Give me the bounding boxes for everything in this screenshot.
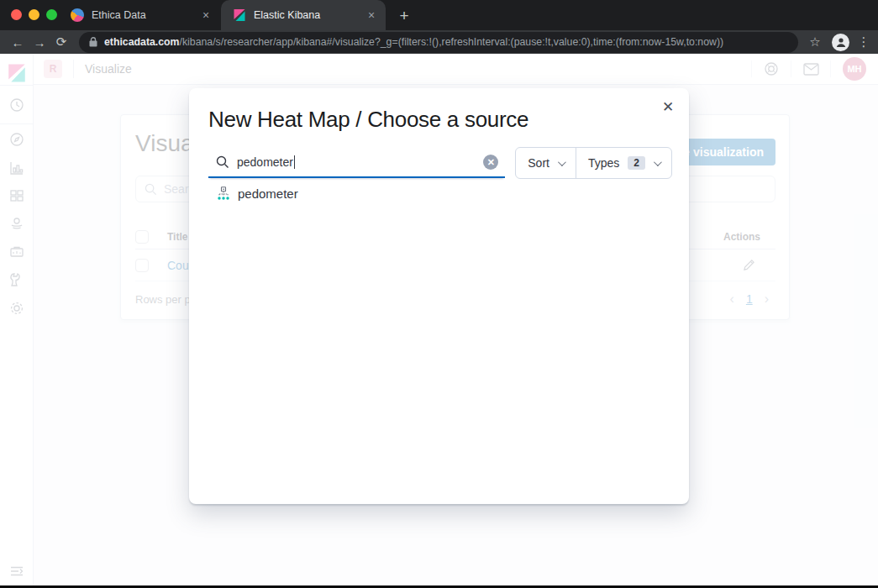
chevron-down-icon [558, 158, 566, 166]
url-domain: ethicadata.com [104, 36, 180, 48]
lock-icon [89, 37, 97, 47]
close-tab-icon[interactable]: × [198, 8, 213, 22]
close-window-button[interactable] [11, 9, 22, 20]
source-search-input[interactable]: pedometer ✕ [208, 147, 505, 178]
types-dropdown[interactable]: Types 2 [576, 148, 671, 178]
types-count-badge: 2 [628, 156, 645, 170]
address-bar[interactable]: ethicadata.com/kibana/s/researcher/app/k… [79, 32, 798, 53]
search-icon [216, 155, 229, 169]
url-path: /kibana/s/researcher/app/kibana#/visuali… [180, 36, 724, 48]
zoom-window-button[interactable] [46, 9, 57, 20]
index-pattern-icon [217, 186, 230, 201]
chevron-down-icon [654, 158, 662, 166]
back-icon[interactable]: ← [7, 35, 29, 50]
sort-dropdown[interactable]: Sort [516, 148, 576, 178]
browser-menu-icon[interactable]: ⋮ [856, 34, 871, 50]
search-value: pedometer [237, 155, 293, 169]
text-cursor [294, 155, 295, 169]
window-controls [11, 9, 57, 20]
close-tab-icon[interactable]: × [364, 8, 379, 22]
result-label: pedometer [238, 186, 298, 201]
new-heatmap-source-modal: ✕ New Heat Map / Choose a source pedomet… [189, 88, 689, 504]
tab-strip: Ethica Data × Elastic Kibana × + [0, 0, 878, 30]
kibana-favicon [233, 8, 246, 22]
bookmark-star-icon[interactable]: ☆ [805, 34, 825, 50]
modal-search-row: pedometer ✕ Sort Types 2 [208, 147, 672, 179]
forward-icon[interactable]: → [29, 35, 50, 50]
browser-profile-icon[interactable] [832, 34, 849, 51]
sort-label: Sort [528, 156, 549, 170]
source-result-pedometer[interactable]: pedometer [208, 182, 312, 205]
browser-chrome: Ethica Data × Elastic Kibana × + ← → ⟳ e… [0, 0, 878, 54]
reload-icon[interactable]: ⟳ [50, 34, 72, 50]
modal-close-icon[interactable]: ✕ [659, 98, 677, 117]
tab-title: Elastic Kibana [254, 9, 364, 21]
url-text: ethicadata.com/kibana/s/researcher/app/k… [104, 36, 723, 48]
filter-group: Sort Types 2 [515, 147, 672, 179]
tab-title: Ethica Data [92, 9, 198, 21]
clear-search-icon[interactable]: ✕ [483, 155, 498, 170]
browser-tab-elastic-kibana[interactable]: Elastic Kibana × [221, 0, 386, 30]
browser-tab-ethica-data[interactable]: Ethica Data × [59, 0, 220, 30]
new-tab-button[interactable]: + [393, 5, 415, 27]
ethica-data-favicon [71, 8, 84, 22]
modal-title: New Heat Map / Choose a source [189, 88, 689, 133]
minimize-window-button[interactable] [29, 9, 39, 20]
browser-toolbar: ← → ⟳ ethicadata.com/kibana/s/researcher… [0, 30, 878, 54]
types-label: Types [588, 156, 619, 170]
